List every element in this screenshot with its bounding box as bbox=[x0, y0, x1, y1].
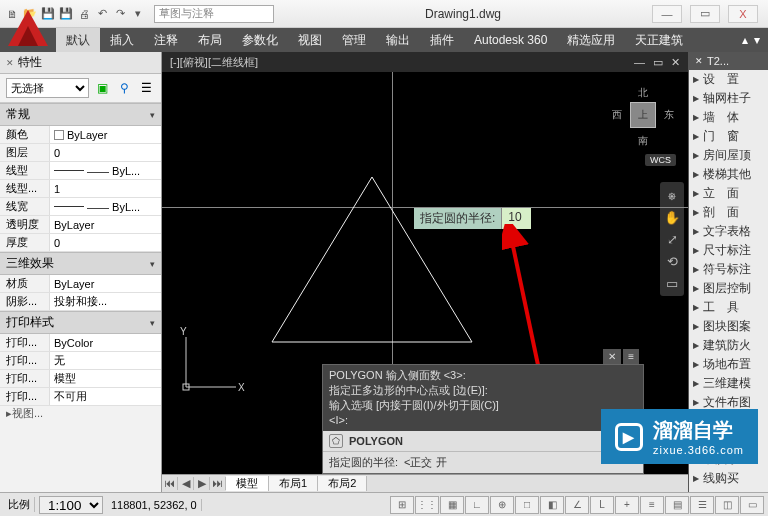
prop-row-plotstyle[interactable]: 打印... ByColor bbox=[0, 334, 161, 352]
undo-icon[interactable]: ↶ bbox=[94, 6, 110, 22]
nav-pan-icon[interactable]: ✋ bbox=[663, 208, 681, 226]
tab-featured[interactable]: 精选应用 bbox=[557, 28, 625, 52]
tab-layout[interactable]: 布局 bbox=[188, 28, 232, 52]
tab-tianzheng[interactable]: 天正建筑 bbox=[625, 28, 693, 52]
minimize-button[interactable]: — bbox=[652, 5, 682, 23]
toggle-dyn-icon[interactable]: + bbox=[615, 496, 639, 514]
toggle-lwt-icon[interactable]: ≡ bbox=[640, 496, 664, 514]
prop-row-material[interactable]: 材质 ByLayer bbox=[0, 275, 161, 293]
tool-item[interactable]: 文字表格 bbox=[689, 222, 768, 241]
select-add-icon[interactable]: ▣ bbox=[93, 79, 111, 97]
toggle-infer-icon[interactable]: ⊞ bbox=[390, 496, 414, 514]
tool-item[interactable]: 三维建模 bbox=[689, 374, 768, 393]
viewport-close-icon[interactable]: ✕ bbox=[671, 56, 680, 69]
tool-item[interactable]: 轴网柱子 bbox=[689, 89, 768, 108]
prop-row-ltscale[interactable]: 线型... 1 bbox=[0, 180, 161, 198]
tool-item[interactable]: 立 面 bbox=[689, 184, 768, 203]
prop-row-shadow[interactable]: 阴影... 投射和接... bbox=[0, 293, 161, 311]
prop-row-plot4[interactable]: 打印... 不可用 bbox=[0, 388, 161, 406]
tool-item[interactable]: 场地布置 bbox=[689, 355, 768, 374]
app-logo-icon[interactable] bbox=[4, 6, 52, 54]
tab-view[interactable]: 视图 bbox=[288, 28, 332, 52]
tab-parametric[interactable]: 参数化 bbox=[232, 28, 288, 52]
scale-dropdown[interactable]: 1:100 bbox=[39, 496, 103, 514]
view-cube[interactable]: 北 南 西 东 上 WCS bbox=[608, 76, 678, 156]
nav-zoom-icon[interactable]: ⤢ bbox=[663, 230, 681, 248]
toggle-osnap-icon[interactable]: □ bbox=[515, 496, 539, 514]
prop-row-layer[interactable]: 图层 0 bbox=[0, 144, 161, 162]
toggle-ducs-icon[interactable]: L bbox=[590, 496, 614, 514]
qat-dropdown-icon[interactable]: ▾ bbox=[130, 6, 146, 22]
tab-output[interactable]: 输出 bbox=[376, 28, 420, 52]
tool-item[interactable]: 线购买 bbox=[689, 469, 768, 488]
nav-orbit-icon[interactable]: ⟲ bbox=[663, 252, 681, 270]
tool-item[interactable]: 符号标注 bbox=[689, 260, 768, 279]
section-view-collapsed[interactable]: ▸视图... bbox=[0, 406, 161, 421]
section-general[interactable]: 常规 bbox=[0, 103, 161, 126]
tab-a360[interactable]: Autodesk 360 bbox=[464, 28, 557, 52]
cube-top-face[interactable]: 上 bbox=[630, 102, 656, 128]
tab-addins[interactable]: 插件 bbox=[420, 28, 464, 52]
command-line[interactable]: ⬠ POLYGON bbox=[323, 431, 643, 451]
cube-west[interactable]: 西 bbox=[612, 108, 622, 122]
cube-south[interactable]: 南 bbox=[638, 134, 648, 148]
prop-row-color[interactable]: 颜色 ByLayer bbox=[0, 126, 161, 144]
viewport-minimize-icon[interactable]: — bbox=[634, 56, 645, 69]
tool-item[interactable]: 尺寸标注 bbox=[689, 241, 768, 260]
selection-dropdown[interactable]: 无选择 bbox=[6, 78, 89, 98]
saveas-icon[interactable]: 💾 bbox=[58, 6, 74, 22]
tool-item[interactable]: 墙 体 bbox=[689, 108, 768, 127]
toggle-3dosnap-icon[interactable]: ◧ bbox=[540, 496, 564, 514]
tool-item[interactable]: 楼梯其他 bbox=[689, 165, 768, 184]
tool-item[interactable]: 建筑防火 bbox=[689, 336, 768, 355]
restore-button[interactable]: ▭ bbox=[690, 5, 720, 23]
cmd-options-icon[interactable]: ≡ bbox=[623, 349, 639, 364]
tab-annotate[interactable]: 注释 bbox=[144, 28, 188, 52]
toggle-ortho-icon[interactable]: ∟ bbox=[465, 496, 489, 514]
tool-item[interactable]: 门 窗 bbox=[689, 127, 768, 146]
print-icon[interactable]: 🖨 bbox=[76, 6, 92, 22]
toggle-pick-icon[interactable]: ☰ bbox=[137, 79, 155, 97]
cmd-close-icon[interactable]: ✕ bbox=[603, 349, 621, 364]
nav-showmotion-icon[interactable]: ▭ bbox=[663, 274, 681, 292]
workspace-switcher[interactable]: 草图与注释 bbox=[154, 5, 274, 23]
ribbon-menu-icon[interactable]: ▾ bbox=[754, 33, 760, 47]
tab-model[interactable]: 模型 bbox=[226, 476, 269, 491]
section-3d-effects[interactable]: 三维效果 bbox=[0, 252, 161, 275]
tool-item[interactable]: 剖 面 bbox=[689, 203, 768, 222]
tab-insert[interactable]: 插入 bbox=[100, 28, 144, 52]
tab-default[interactable]: 默认 bbox=[56, 28, 100, 52]
prop-row-thickness[interactable]: 厚度 0 bbox=[0, 234, 161, 252]
close-button[interactable]: X bbox=[728, 5, 758, 23]
toggle-model-icon[interactable]: ▭ bbox=[740, 496, 764, 514]
cube-east[interactable]: 东 bbox=[664, 108, 674, 122]
tab-layout1[interactable]: 布局1 bbox=[269, 476, 318, 491]
quick-select-icon[interactable]: ⚲ bbox=[115, 79, 133, 97]
tab-manage[interactable]: 管理 bbox=[332, 28, 376, 52]
nav-wheel-icon[interactable]: ⎈ bbox=[663, 186, 681, 204]
tool-item[interactable]: 房间屋顶 bbox=[689, 146, 768, 165]
tab-scroll-last-icon[interactable]: ⏭ bbox=[210, 477, 226, 490]
viewport-maximize-icon[interactable]: ▭ bbox=[653, 56, 663, 69]
prop-row-linetype[interactable]: 线型 —— ByL... bbox=[0, 162, 161, 180]
toggle-sc-icon[interactable]: ◫ bbox=[715, 496, 739, 514]
tab-scroll-prev-icon[interactable]: ◀ bbox=[178, 477, 194, 490]
command-prompt[interactable]: 指定圆的半径: <正交 开 bbox=[323, 451, 643, 473]
viewport-label[interactable]: [-][俯视][二维线框] bbox=[170, 55, 258, 70]
toggle-tpy-icon[interactable]: ▤ bbox=[665, 496, 689, 514]
tool-item[interactable]: 图块图案 bbox=[689, 317, 768, 336]
prop-row-lineweight[interactable]: 线宽 —— ByL... bbox=[0, 198, 161, 216]
cube-north[interactable]: 北 bbox=[638, 86, 648, 100]
wcs-label[interactable]: WCS bbox=[645, 154, 676, 166]
tab-scroll-first-icon[interactable]: ⏮ bbox=[162, 477, 178, 490]
tool-item[interactable]: 工 具 bbox=[689, 298, 768, 317]
prop-row-transparency[interactable]: 透明度 ByLayer bbox=[0, 216, 161, 234]
prop-row-plot2[interactable]: 打印... 无 bbox=[0, 352, 161, 370]
tool-item[interactable]: 设 置 bbox=[689, 70, 768, 89]
prop-row-plot3[interactable]: 打印... 模型 bbox=[0, 370, 161, 388]
toggle-grid-icon[interactable]: ▦ bbox=[440, 496, 464, 514]
ribbon-minimize-icon[interactable]: ▴ bbox=[742, 33, 748, 47]
toggle-otrack-icon[interactable]: ∠ bbox=[565, 496, 589, 514]
toggle-polar-icon[interactable]: ⊕ bbox=[490, 496, 514, 514]
section-print-style[interactable]: 打印样式 bbox=[0, 311, 161, 334]
